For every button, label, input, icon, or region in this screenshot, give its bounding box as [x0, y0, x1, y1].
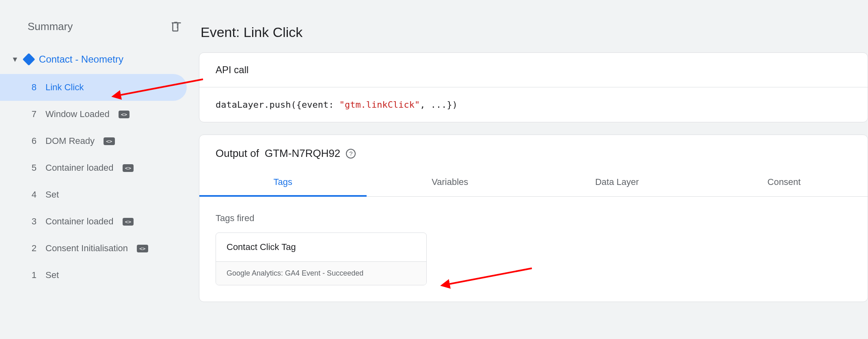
tab-row: Tags Variables Data Layer Consent: [199, 168, 868, 197]
page-node[interactable]: ▼ Contact - Neometry: [0, 50, 199, 69]
fired-tag-name: Contact Click Tag: [216, 233, 426, 261]
event-label: Container loaded: [45, 163, 114, 173]
tab-data-layer[interactable]: Data Layer: [533, 168, 701, 196]
tags-fired-label: Tags fired: [216, 213, 851, 224]
event-row-container-loaded-3[interactable]: 3 Container loaded <>: [0, 208, 187, 235]
event-row-container-loaded-5[interactable]: 5 Container loaded <>: [0, 154, 187, 181]
tags-fired-section: Tags fired Contact Click Tag Google Anal…: [199, 197, 868, 302]
code-badge-icon: <>: [137, 245, 148, 252]
code-badge-icon: <>: [123, 164, 134, 172]
code-suffix: , ...}): [420, 100, 458, 110]
fired-tag-detail: Google Analytics: GA4 Event - Succeeded: [216, 261, 426, 285]
clear-icon: [170, 20, 182, 33]
fired-tag-card[interactable]: Contact Click Tag Google Analytics: GA4 …: [216, 233, 427, 285]
event-num: 6: [28, 136, 37, 146]
output-heading-prefix: Output of: [216, 147, 259, 160]
event-row-set-4[interactable]: 4 Set: [0, 181, 187, 208]
page-title: Event: Link Click: [201, 24, 868, 40]
event-label: Window Loaded: [45, 109, 110, 120]
tab-tags[interactable]: Tags: [199, 168, 367, 196]
sidebar: Summary ▼ Contact - Neometry 8 Link Clic…: [0, 0, 199, 339]
event-label: Link Click: [45, 82, 84, 93]
event-num: 3: [28, 216, 37, 227]
event-num: 4: [28, 189, 37, 200]
event-num: 7: [28, 109, 37, 120]
output-card: Output of GTM-N7RQH92 ? Tags Variables D…: [199, 135, 868, 302]
event-num: 5: [28, 163, 37, 173]
code-badge-icon: <>: [123, 218, 134, 226]
event-list: 8 Link Click 7 Window Loaded <> 6 DOM Re…: [0, 74, 199, 289]
clear-events-button[interactable]: [169, 20, 183, 33]
page-diamond-icon: [22, 53, 35, 65]
event-num: 2: [28, 243, 37, 254]
main-content: Event: Link Click API call dataLayer.pus…: [199, 0, 868, 339]
event-label: Set: [45, 189, 59, 200]
event-row-consent-init[interactable]: 2 Consent Initialisation <>: [0, 235, 187, 262]
api-card-body: dataLayer.push({event: "gtm.linkClick", …: [199, 87, 868, 122]
api-call-card: API call dataLayer.push({event: "gtm.lin…: [199, 52, 868, 122]
event-row-dom-ready[interactable]: 6 DOM Ready <>: [0, 128, 187, 154]
page-node-title: Contact - Neometry: [39, 54, 123, 65]
event-row-set-1[interactable]: 1 Set: [0, 262, 187, 289]
tab-consent[interactable]: Consent: [701, 168, 868, 196]
code-prefix: dataLayer.push({event:: [216, 100, 339, 110]
api-card-heading: API call: [199, 53, 868, 87]
event-row-link-click[interactable]: 8 Link Click: [0, 74, 187, 101]
code-string: "gtm.linkClick": [339, 100, 420, 110]
event-label: Container loaded: [45, 216, 114, 227]
output-container-id: GTM-N7RQH92: [265, 147, 340, 160]
event-num: 1: [28, 270, 37, 280]
event-row-window-loaded[interactable]: 7 Window Loaded <>: [0, 101, 187, 128]
output-heading: Output of GTM-N7RQH92 ?: [199, 147, 868, 168]
event-label: Set: [45, 270, 59, 280]
event-num: 8: [28, 82, 37, 93]
summary-row[interactable]: Summary: [0, 11, 199, 50]
event-label: Consent Initialisation: [45, 243, 128, 254]
caret-down-icon: ▼: [11, 55, 19, 64]
code-badge-icon: <>: [104, 137, 115, 145]
code-badge-icon: <>: [119, 111, 130, 118]
summary-label: Summary: [28, 20, 73, 33]
event-label: DOM Ready: [45, 136, 95, 146]
tab-variables[interactable]: Variables: [367, 168, 534, 196]
help-icon[interactable]: ?: [346, 149, 356, 159]
